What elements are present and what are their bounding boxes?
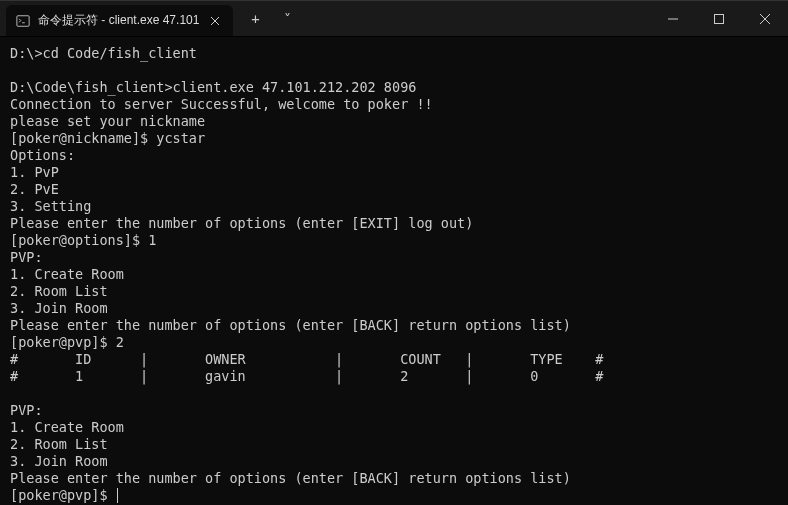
terminal-line: 3. Join Room bbox=[10, 300, 778, 317]
tabstrip-controls: + ˅ bbox=[233, 1, 301, 36]
terminal-line bbox=[10, 385, 778, 402]
tab-title: 命令提示符 - client.exe 47.101 bbox=[38, 12, 199, 29]
titlebar: 命令提示符 - client.exe 47.101 + ˅ bbox=[0, 1, 788, 37]
terminal-tab[interactable]: 命令提示符 - client.exe 47.101 bbox=[6, 5, 233, 36]
terminal-line: Options: bbox=[10, 147, 778, 164]
terminal-line: Please enter the number of options (ente… bbox=[10, 317, 778, 334]
svg-rect-5 bbox=[715, 14, 724, 23]
terminal-line: 1. PvP bbox=[10, 164, 778, 181]
terminal-line: # ID | OWNER | COUNT | TYPE # bbox=[10, 351, 778, 368]
svg-rect-0 bbox=[17, 15, 29, 26]
maximize-button[interactable] bbox=[696, 1, 742, 36]
tab-close-button[interactable] bbox=[207, 13, 223, 29]
terminal-line: [poker@pvp]$ 2 bbox=[10, 334, 778, 351]
new-tab-button[interactable]: + bbox=[241, 5, 269, 33]
minimize-button[interactable] bbox=[650, 1, 696, 36]
terminal-line: Connection to server Successful, welcome… bbox=[10, 96, 778, 113]
tab-dropdown-button[interactable]: ˅ bbox=[273, 5, 301, 33]
terminal-line: 2. PvE bbox=[10, 181, 778, 198]
terminal-line: please set your nickname bbox=[10, 113, 778, 130]
command-prompt-icon bbox=[16, 14, 30, 28]
terminal-line: [poker@nickname]$ ycstar bbox=[10, 130, 778, 147]
terminal-line: 2. Room List bbox=[10, 283, 778, 300]
terminal-line: 3. Join Room bbox=[10, 453, 778, 470]
terminal-line: Please enter the number of options (ente… bbox=[10, 215, 778, 232]
titlebar-drag-area[interactable] bbox=[301, 1, 650, 36]
terminal-line: 2. Room List bbox=[10, 436, 778, 453]
terminal-line: PVP: bbox=[10, 249, 778, 266]
terminal-line: Please enter the number of options (ente… bbox=[10, 470, 778, 487]
terminal-line: [poker@options]$ 1 bbox=[10, 232, 778, 249]
terminal-line: 3. Setting bbox=[10, 198, 778, 215]
terminal-line: PVP: bbox=[10, 402, 778, 419]
terminal-output[interactable]: D:\>cd Code/fish_clientD:\Code\fish_clie… bbox=[0, 37, 788, 505]
cursor bbox=[117, 488, 118, 503]
window-close-button[interactable] bbox=[742, 1, 788, 36]
terminal-line bbox=[10, 62, 778, 79]
prompt-text: [poker@pvp]$ bbox=[10, 487, 116, 503]
terminal-line: # 1 | gavin | 2 | 0 # bbox=[10, 368, 778, 385]
terminal-prompt-line[interactable]: [poker@pvp]$ bbox=[10, 487, 778, 504]
terminal-line: D:\>cd Code/fish_client bbox=[10, 45, 778, 62]
terminal-line: 1. Create Room bbox=[10, 419, 778, 436]
terminal-line: D:\Code\fish_client>client.exe 47.101.21… bbox=[10, 79, 778, 96]
terminal-line: 1. Create Room bbox=[10, 266, 778, 283]
window-controls bbox=[650, 1, 788, 36]
